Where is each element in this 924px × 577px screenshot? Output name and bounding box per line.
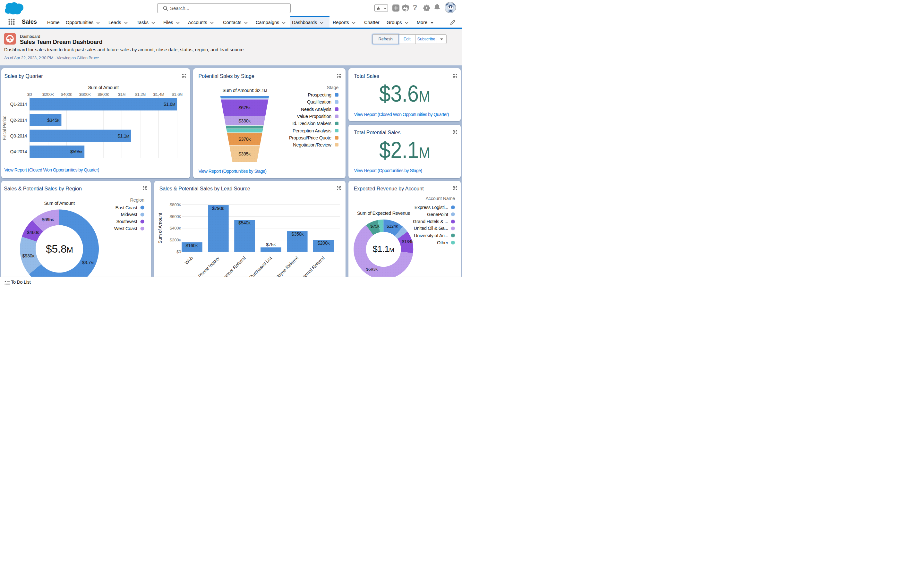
svg-text:$400K: $400K	[170, 226, 181, 230]
svg-text:$370K: $370K	[238, 136, 251, 141]
svg-text:$1.1M: $1.1M	[118, 133, 129, 138]
svg-text:Midwest: Midwest	[121, 212, 137, 217]
svg-text:$800K: $800K	[97, 92, 109, 97]
svg-text:$1.1M: $1.1M	[373, 244, 394, 254]
svg-text:$540K: $540K	[238, 220, 251, 226]
svg-text:$2.1M: $2.1M	[379, 137, 430, 163]
svg-text:$75K: $75K	[370, 224, 380, 229]
svg-text:$930K: $930K	[23, 253, 35, 258]
svg-text:Negotiation/Review: Negotiation/Review	[293, 142, 331, 147]
svg-text:Sum of Amount: $2.1M: Sum of Amount: $2.1M	[222, 88, 267, 93]
svg-text:Phone Inquiry: Phone Inquiry	[197, 255, 221, 277]
svg-text:$200K: $200K	[170, 237, 181, 242]
svg-text:$395K: $395K	[238, 151, 251, 156]
svg-text:United Oil & Ga...: United Oil & Ga...	[414, 226, 448, 231]
svg-text:GenePoint: GenePoint	[427, 212, 448, 217]
svg-text:$675K: $675K	[238, 105, 251, 110]
svg-text:Sum of Amount: Sum of Amount	[44, 201, 75, 206]
svg-text:Account Name: Account Name	[425, 196, 455, 201]
svg-text:$693K: $693K	[366, 267, 378, 271]
svg-text:East Coast: East Coast	[115, 205, 137, 210]
svg-text:Grand Hotels & ...: Grand Hotels & ...	[413, 219, 448, 224]
svg-text:Express Logisti...: Express Logisti...	[414, 205, 448, 210]
svg-text:Other: Other	[437, 240, 448, 245]
svg-text:$790K: $790K	[212, 206, 225, 211]
svg-text:$134K: $134K	[402, 239, 413, 244]
svg-text:$330K: $330K	[238, 118, 251, 123]
svg-text:Proposal/Price Quote: Proposal/Price Quote	[289, 135, 331, 140]
svg-text:$595K: $595K	[70, 149, 83, 154]
svg-text:Prospecting: Prospecting	[308, 92, 332, 97]
svg-text:$3.6M: $3.6M	[379, 81, 430, 106]
svg-text:$200K: $200K	[318, 240, 330, 245]
svg-text:$0: $0	[176, 250, 181, 254]
svg-text:Stage: Stage	[327, 85, 339, 90]
svg-text:$0: $0	[27, 92, 32, 97]
svg-text:Purchased List: Purchased List	[248, 255, 273, 277]
svg-text:Q3-2014: Q3-2014	[10, 133, 27, 138]
svg-text:Sum of Amount: Sum of Amount	[88, 85, 119, 90]
svg-text:$600K: $600K	[79, 92, 91, 97]
svg-text:$460K: $460K	[27, 230, 39, 235]
svg-text:Region: Region	[130, 197, 144, 203]
svg-text:Fiscal Period: Fiscal Period	[2, 115, 7, 140]
svg-text:Sum of Expected Revenue: Sum of Expected Revenue	[357, 211, 410, 216]
svg-text:Id. Decision Makers: Id. Decision Makers	[292, 121, 331, 126]
svg-text:$1.6M: $1.6M	[172, 92, 183, 97]
svg-text:$160K: $160K	[186, 243, 198, 248]
svg-text:West Coast: West Coast	[114, 226, 137, 231]
svg-text:Web: Web	[184, 255, 194, 266]
svg-text:Q2-2014: Q2-2014	[10, 117, 27, 122]
svg-text:$345K: $345K	[47, 117, 60, 122]
svg-text:Qualification: Qualification	[307, 99, 331, 105]
svg-text:$3.7M: $3.7M	[82, 260, 94, 265]
svg-text:Perception Analysis: Perception Analysis	[292, 128, 331, 133]
svg-text:Sum of Amount: Sum of Amount	[158, 213, 163, 243]
svg-text:University of Ari...: University of Ari...	[414, 233, 448, 238]
svg-text:$350K: $350K	[291, 231, 304, 237]
svg-text:$800K: $800K	[170, 202, 181, 207]
svg-text:Partner Referral: Partner Referral	[221, 255, 247, 277]
svg-text:Southwest: Southwest	[116, 219, 137, 224]
svg-text:Q4-2014: Q4-2014	[10, 149, 27, 154]
svg-text:Q1-2014: Q1-2014	[10, 102, 27, 107]
svg-text:Employee Referral: Employee Referral	[270, 255, 299, 277]
svg-text:$695K: $695K	[42, 217, 54, 222]
svg-text:$200K: $200K	[42, 92, 54, 97]
svg-text:$124K: $124K	[387, 224, 398, 229]
svg-text:$1.4M: $1.4M	[153, 92, 164, 97]
svg-text:$400K: $400K	[61, 92, 72, 97]
svg-text:$1M: $1M	[118, 92, 126, 97]
svg-text:Value Proposition: Value Proposition	[297, 114, 331, 119]
svg-text:External Referral: External Referral	[298, 255, 326, 277]
svg-text:$600K: $600K	[170, 214, 181, 219]
svg-text:$5.8M: $5.8M	[46, 243, 73, 255]
svg-text:$1.6M: $1.6M	[164, 102, 175, 107]
svg-text:$1.2M: $1.2M	[135, 92, 145, 97]
svg-text:$75K: $75K	[266, 242, 276, 247]
svg-text:Needs Analysis: Needs Analysis	[301, 106, 331, 111]
